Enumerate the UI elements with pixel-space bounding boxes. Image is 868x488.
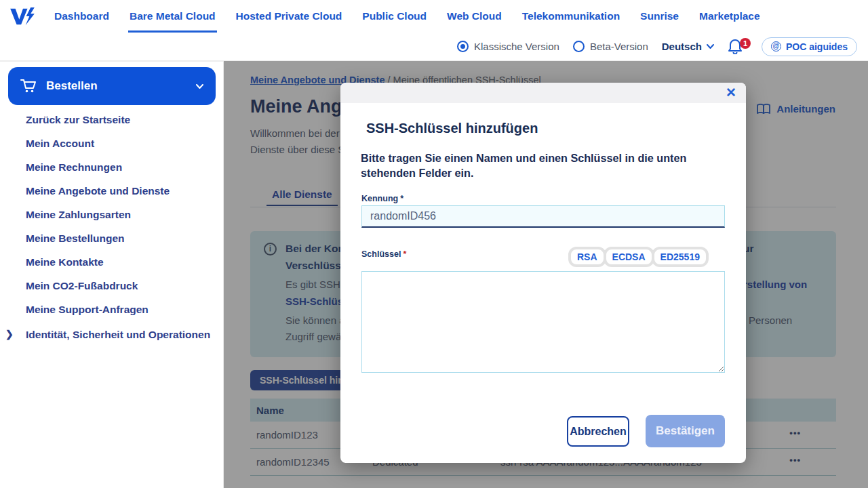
key-label-text: Schlüssel xyxy=(361,249,401,259)
nav-marketplace[interactable]: Marketplace xyxy=(698,0,762,33)
key-type-rsa-button[interactable]: RSA xyxy=(568,247,606,267)
nav-web-cloud[interactable]: Web Cloud xyxy=(446,0,503,33)
nav-hosted-private-cloud[interactable]: Hosted Private Cloud xyxy=(235,0,344,33)
beta-version-label: Beta-Version xyxy=(590,41,648,52)
chevron-down-icon xyxy=(196,84,203,89)
required-asterisk-red: * xyxy=(403,249,406,259)
sidebar-item-zahlungsarten[interactable]: Meine Zahlungsarten xyxy=(0,203,223,226)
sidebar-item-rechnungen[interactable]: Meine Rechnungen xyxy=(0,155,223,179)
language-label: Deutsch xyxy=(662,41,702,52)
key-type-toggle-group: RSA ECDSA ED25519 xyxy=(568,247,709,267)
confirm-button[interactable]: Bestätigen xyxy=(646,415,725,447)
app-frame: Dashboard Bare Metal Cloud Hosted Privat… xyxy=(0,0,868,488)
sidebar-item-support[interactable]: Meine Support-Anfragen xyxy=(0,298,223,321)
order-button-label: Bestellen xyxy=(46,79,196,93)
chevron-down-icon xyxy=(707,44,714,49)
modal-title: SSH-Schlüssel hinzufügen xyxy=(366,121,538,136)
secondary-header: Klassische Version Beta-Version Deutsch … xyxy=(0,33,868,61)
top-header: Dashboard Bare Metal Cloud Hosted Privat… xyxy=(0,0,868,33)
name-field-label: Kennung* xyxy=(361,194,403,203)
key-type-ecdsa-button[interactable]: ECDSA xyxy=(604,247,654,267)
notification-badge: 1 xyxy=(740,38,751,49)
classic-version-radio[interactable]: Klassische Version xyxy=(457,41,559,52)
sidebar-item-angebote-dienste[interactable]: Meine Angebote und Dienste xyxy=(0,179,223,203)
modal-header-strip: ✕ xyxy=(340,83,746,103)
nav-telekommunikation[interactable]: Telekommunikation xyxy=(521,0,621,33)
chevron-right-icon: ❯ xyxy=(5,323,14,346)
sidebar-item-identitaet[interactable]: ❯ Identität, Sicherheit und Operationen xyxy=(0,323,223,346)
classic-version-label: Klassische Version xyxy=(474,41,559,52)
beta-version-radio[interactable]: Beta-Version xyxy=(573,41,648,52)
order-button[interactable]: Bestellen xyxy=(8,67,216,105)
name-input[interactable] xyxy=(361,205,725,228)
main-nav: Dashboard Bare Metal Cloud Hosted Privat… xyxy=(53,0,762,33)
sidebar-item-kontakte[interactable]: Meine Kontakte xyxy=(0,250,223,274)
nav-public-cloud[interactable]: Public Cloud xyxy=(361,0,428,33)
sidebar: Bestellen Zurück zur Startseite Mein Acc… xyxy=(0,61,224,488)
sidebar-item-co2[interactable]: Mein CO2-Fußabdruck xyxy=(0,274,223,298)
modal-description: Bitte tragen Sie einen Namen und einen S… xyxy=(361,150,735,180)
key-textarea[interactable] xyxy=(361,271,725,373)
sidebar-item-startseite[interactable]: Zurück zur Startseite xyxy=(0,108,223,131)
name-label-text: Kennung xyxy=(361,194,398,203)
account-label: POC aiguides xyxy=(786,41,848,52)
cart-icon xyxy=(20,79,37,94)
radio-unselected-icon[interactable] xyxy=(573,41,585,52)
key-field-label: Schlüssel* xyxy=(361,249,406,259)
notifications-button[interactable]: 1 xyxy=(728,38,748,56)
sidebar-item-bestellungen[interactable]: Meine Bestellungen xyxy=(0,226,223,250)
radio-selected-icon[interactable] xyxy=(457,41,469,52)
key-type-ed25519-button[interactable]: ED25519 xyxy=(652,247,709,267)
nav-sunrise[interactable]: Sunrise xyxy=(639,0,680,33)
language-selector[interactable]: Deutsch xyxy=(662,41,714,52)
add-ssh-key-modal: ✕ SSH-Schlüssel hinzufügen Bitte tragen … xyxy=(340,83,746,463)
nav-dashboard[interactable]: Dashboard xyxy=(53,0,111,33)
account-button[interactable]: @ POC aiguides xyxy=(762,37,857,56)
close-icon[interactable]: ✕ xyxy=(726,84,736,102)
sidebar-item-identitaet-label: Identität, Sicherheit und Operationen xyxy=(26,329,210,340)
required-asterisk: * xyxy=(400,194,403,203)
user-icon: @ xyxy=(771,41,781,52)
ovh-logo-icon xyxy=(8,6,37,26)
nav-bare-metal-cloud[interactable]: Bare Metal Cloud xyxy=(128,0,217,33)
cancel-button[interactable]: Abbrechen xyxy=(567,416,629,447)
sidebar-item-mein-account[interactable]: Mein Account xyxy=(0,131,223,155)
